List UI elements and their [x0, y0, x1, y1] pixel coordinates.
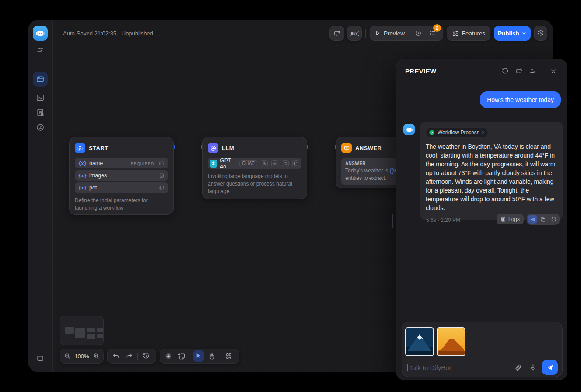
- field-row-name[interactable]: {x} name REQUIRED: [75, 158, 168, 168]
- publish-button[interactable]: Publish: [494, 26, 531, 41]
- app-settings-icon[interactable]: [35, 45, 45, 55]
- sidebar-divider: [35, 61, 46, 61]
- message-meta: 5.6s · 1:20 PM: [426, 217, 460, 223]
- collapse-sidebar-icon[interactable]: [35, 354, 45, 363]
- node-title: ANSWER: [355, 145, 382, 151]
- preview-title: PREVIEW: [405, 67, 499, 75]
- sidebar-item-monitoring[interactable]: [33, 120, 48, 135]
- features-button[interactable]: Features: [447, 26, 490, 41]
- zoom-in-button[interactable]: [92, 350, 101, 362]
- minimap-node: [65, 327, 74, 334]
- add-note-button[interactable]: [176, 350, 187, 362]
- toolbar-divider: [220, 353, 220, 360]
- clear-chat-button[interactable]: [513, 66, 525, 77]
- speak-button[interactable]: [528, 215, 537, 224]
- zoom-controls: 100%: [60, 349, 104, 364]
- app-logo[interactable]: [33, 26, 48, 41]
- logs-button[interactable]: Logs: [497, 214, 524, 224]
- success-check-icon: [429, 130, 435, 136]
- preview-panel-header: PREVIEW: [396, 60, 567, 83]
- copy-button[interactable]: [539, 215, 548, 224]
- answer-text-suffix: entities to extract.: [345, 175, 386, 181]
- conversation-settings-button[interactable]: [527, 66, 539, 77]
- audio-capability-icon: [271, 160, 278, 167]
- zoom-level[interactable]: 100%: [73, 353, 90, 360]
- attached-image-fuji[interactable]: [405, 327, 434, 356]
- annotation-button[interactable]: [329, 26, 344, 41]
- history-controls: [107, 349, 156, 364]
- variable-icon: {x}: [78, 161, 87, 166]
- regenerate-button[interactable]: [549, 215, 558, 224]
- minimap-node: [97, 334, 104, 338]
- minimap-node: [87, 334, 95, 339]
- close-icon[interactable]: [548, 66, 559, 77]
- chat-input[interactable]: [409, 364, 512, 371]
- text-caret: [407, 364, 408, 371]
- canvas-tools: [160, 349, 239, 364]
- checklist-badge: 2: [433, 24, 441, 32]
- redo-button[interactable]: [123, 350, 135, 362]
- add-node-button[interactable]: [163, 350, 174, 362]
- variable-icon: {x}: [78, 185, 87, 190]
- history-icon: [537, 30, 544, 37]
- play-icon: [374, 30, 381, 36]
- chat-x-icon: [333, 30, 341, 37]
- node-start[interactable]: START {x} name REQUIRED {x} images {x} p…: [69, 137, 174, 215]
- sidebar-item-api[interactable]: [33, 90, 48, 105]
- model-mode-badge: CHAT: [239, 160, 257, 167]
- publish-status-text: Unpublished: [122, 30, 153, 37]
- chevron-down-icon: [522, 31, 527, 36]
- minimap[interactable]: [60, 316, 104, 345]
- required-tag: REQUIRED: [131, 161, 154, 166]
- bot-avatar: [403, 124, 415, 135]
- logs-icon: [500, 217, 506, 222]
- run-history-button[interactable]: [413, 28, 424, 39]
- image-capability-icon: [282, 160, 289, 167]
- publish-label: Publish: [498, 30, 519, 37]
- field-row-pdf[interactable]: {x} pdf: [75, 182, 168, 193]
- openai-icon: [210, 160, 217, 168]
- sidebar-item-logs[interactable]: [33, 105, 48, 120]
- hand-tool-button[interactable]: [206, 350, 217, 362]
- model-selector[interactable]: GPT-4o CHAT: [208, 158, 301, 169]
- node-description: Invoking large language models to answer…: [208, 173, 301, 195]
- user-message-bubble: How's the weather today: [480, 91, 561, 108]
- checklist-button[interactable]: 2: [427, 28, 438, 39]
- text-field-icon: [159, 161, 164, 166]
- attached-image-sunset[interactable]: [437, 327, 466, 356]
- organize-nodes-button[interactable]: [223, 350, 234, 362]
- node-llm[interactable]: LLM GPT-4o CHAT Invoking large language …: [202, 137, 307, 199]
- bot-message-text: The weather in Boydton, VA today is clea…: [426, 142, 557, 212]
- change-history-button[interactable]: [140, 350, 152, 362]
- node-title: LLM: [222, 145, 234, 151]
- run-clock-icon: [415, 30, 422, 37]
- attachment-button[interactable]: [512, 362, 524, 373]
- workflow-process-toggle[interactable]: Workflow Process ›: [426, 127, 488, 138]
- zoom-out-button[interactable]: [63, 350, 71, 362]
- canvas-scrollbar[interactable]: [392, 214, 393, 228]
- version-history-button[interactable]: [534, 26, 547, 41]
- voice-input-button[interactable]: [527, 362, 539, 373]
- preview-label: Preview: [384, 30, 405, 37]
- field-name: name: [89, 160, 128, 166]
- pointer-tool-button[interactable]: [193, 350, 204, 362]
- preview-run-button[interactable]: Preview: [374, 30, 405, 37]
- chat-input-row: [407, 361, 558, 374]
- env-variables-button[interactable]: ENV: [347, 26, 362, 41]
- file-field-icon: [159, 185, 164, 191]
- document-capability-icon: [292, 160, 299, 167]
- workflow-process-label: Workflow Process: [438, 130, 480, 136]
- vision-capability-icon: [261, 160, 268, 167]
- send-button[interactable]: [542, 360, 558, 375]
- field-name: pdf: [89, 185, 156, 191]
- answer-icon: [341, 143, 352, 153]
- field-row-images[interactable]: {x} images: [75, 170, 168, 181]
- image-field-icon: [159, 173, 164, 178]
- node-description: Define the initial parameters for launch…: [75, 197, 168, 212]
- sidebar-item-orchestrate[interactable]: [33, 72, 48, 87]
- bot-message-bubble: Workflow Process › The weather in Boydto…: [420, 122, 563, 220]
- edge-llm-answer: [307, 147, 336, 147]
- autosave-status: Auto-Saved 21:02:35 · Unpublished: [63, 30, 153, 37]
- undo-button[interactable]: [110, 350, 122, 362]
- restart-conversation-button[interactable]: [499, 66, 511, 77]
